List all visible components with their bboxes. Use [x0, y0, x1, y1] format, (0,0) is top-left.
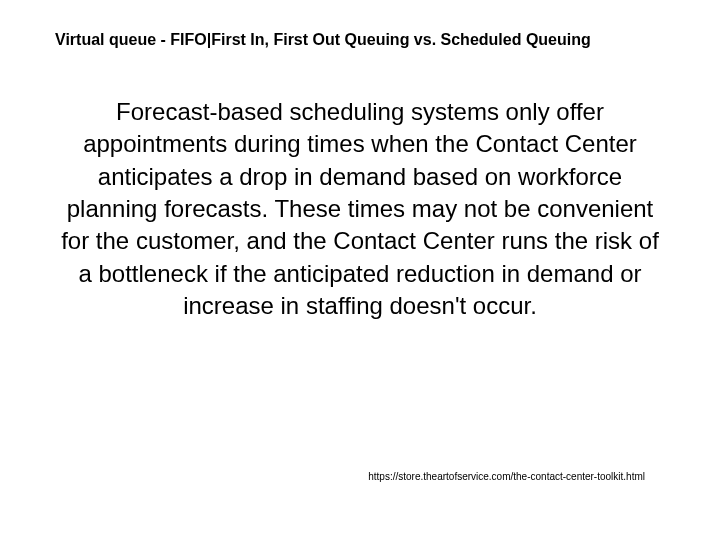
slide-container: Virtual queue - FIFO|First In, First Out… — [0, 0, 720, 540]
slide-body-text: Forecast-based scheduling systems only o… — [55, 96, 665, 323]
slide-title: Virtual queue - FIFO|First In, First Out… — [55, 30, 665, 51]
footer-url: https://store.theartofservice.com/the-co… — [368, 471, 645, 482]
